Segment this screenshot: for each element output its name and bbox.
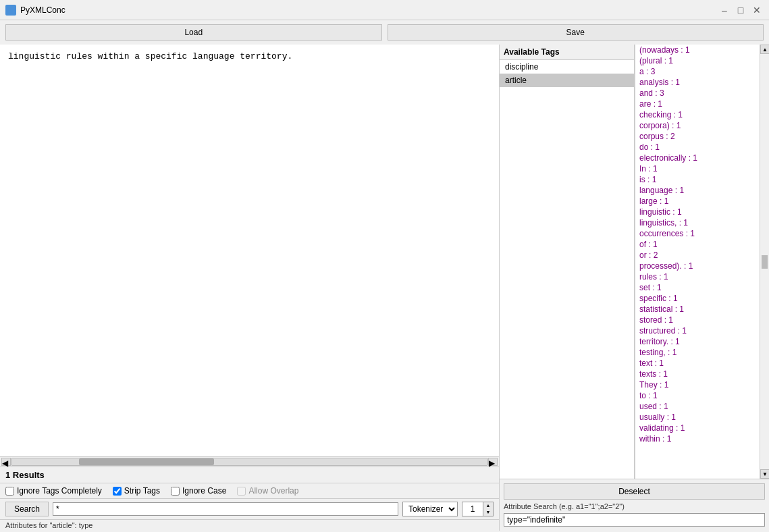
deselect-button[interactable]: Deselect: [504, 483, 765, 500]
attr-search-label: Attribute Search (e.g. a1="1";a2="2"): [504, 502, 765, 510]
word-freq-item: text : 1: [635, 358, 760, 369]
word-freq-item: (plural : 1: [635, 55, 760, 66]
ignore-case-label[interactable]: Ignore Case: [171, 486, 226, 496]
allow-overlap-checkbox: [237, 487, 246, 496]
word-freq-item: (nowadays : 1: [635, 45, 760, 55]
word-freq-item: texts : 1: [635, 369, 760, 379]
spinner-value[interactable]: [462, 502, 483, 516]
main-layout: linguistic rules within a specific langu…: [0, 45, 769, 531]
word-freq-item: used : 1: [635, 401, 760, 412]
status-text: Attributes for "article": type: [5, 521, 92, 529]
strip-tags-text: Strip Tags: [124, 486, 160, 496]
word-freq-item: linguistics, : 1: [635, 217, 760, 228]
word-freq-item: corpora) : 1: [635, 120, 760, 131]
result-count: 1: [5, 470, 10, 480]
search-bar: Search Tokenizer ▲ ▼: [0, 498, 499, 519]
word-freq-item: electronically : 1: [635, 153, 760, 163]
word-freq-item: rules : 1: [635, 271, 760, 282]
word-freq-item: testing, : 1: [635, 347, 760, 358]
word-freq-item: or : 2: [635, 250, 760, 261]
attr-search-input[interactable]: [504, 513, 765, 527]
tag-item-article[interactable]: article: [500, 74, 634, 87]
window-controls[interactable]: – □ ✕: [718, 3, 764, 17]
tags-panel: Available Tags discipline article (nowad…: [500, 45, 769, 479]
word-freq-item: to : 1: [635, 390, 760, 401]
spin-down-btn[interactable]: ▼: [483, 509, 493, 516]
title-bar-left: PyXMLConc: [5, 5, 65, 16]
tokenizer-select[interactable]: Tokenizer: [402, 502, 458, 516]
allow-overlap-label: Allow Overlap: [237, 486, 298, 496]
available-tags: Available Tags discipline article: [500, 45, 635, 479]
word-freq-item: are : 1: [635, 99, 760, 109]
ignore-case-checkbox[interactable]: [171, 487, 180, 496]
close-button[interactable]: ✕: [750, 3, 764, 17]
ignore-case-text: Ignore Case: [182, 486, 226, 496]
word-freq-item: territory. : 1: [635, 336, 760, 347]
text-content: linguistic rules within a specific langu…: [8, 51, 292, 61]
left-panel: linguistic rules within a specific langu…: [0, 45, 499, 531]
scroll-down-btn[interactable]: ▼: [760, 469, 769, 479]
status-bar: Attributes for "article": type: [0, 519, 499, 531]
tag-item-discipline[interactable]: discipline: [500, 60, 634, 74]
spin-up-btn[interactable]: ▲: [483, 502, 493, 509]
available-tags-header: Available Tags: [500, 45, 634, 60]
save-button[interactable]: Save: [388, 24, 764, 41]
word-freq-item: They : 1: [635, 379, 760, 390]
word-freq-item: of : 1: [635, 239, 760, 250]
search-button[interactable]: Search: [5, 502, 49, 516]
word-freq-item: and : 3: [635, 88, 760, 99]
title-bar: PyXMLConc – □ ✕: [0, 0, 769, 20]
strip-tags-checkbox[interactable]: [113, 487, 122, 496]
search-input[interactable]: [53, 502, 398, 516]
word-frequency-list[interactable]: (nowadays : 1(plural : 1a : 3analysis : …: [635, 45, 760, 479]
right-panel: Available Tags discipline article (nowad…: [499, 45, 769, 531]
h-scroll-thumb[interactable]: [79, 458, 214, 465]
strip-tags-label[interactable]: Strip Tags: [113, 486, 160, 496]
word-freq-item: In : 1: [635, 163, 760, 174]
word-freq-item: processed). : 1: [635, 261, 760, 271]
ignore-tags-checkbox[interactable]: [5, 487, 14, 496]
allow-overlap-text: Allow Overlap: [248, 486, 298, 496]
maximize-button[interactable]: □: [734, 3, 747, 17]
search-options: Ignore Tags Completely Strip Tags Ignore…: [0, 483, 499, 498]
scroll-up-btn[interactable]: ▲: [760, 45, 769, 54]
word-freq-item: structured : 1: [635, 325, 760, 336]
word-freq-item: occurrences : 1: [635, 228, 760, 239]
word-freq-item: linguistic : 1: [635, 207, 760, 217]
word-freq-item: usually : 1: [635, 412, 760, 423]
deselect-area: Deselect Attribute Search (e.g. a1="1";a…: [500, 479, 769, 531]
results-label: Results: [13, 470, 45, 480]
v-scroll-thumb[interactable]: [762, 255, 768, 269]
text-content-area: linguistic rules within a specific langu…: [0, 45, 499, 456]
app-title: PyXMLConc: [20, 5, 65, 15]
word-freq-item: is : 1: [635, 174, 760, 185]
horizontal-scrollbar[interactable]: ◀ ▶: [0, 456, 499, 467]
app-icon: [5, 5, 16, 16]
scroll-right-btn[interactable]: ▶: [488, 458, 498, 466]
h-scroll-track[interactable]: [11, 458, 488, 466]
toolbar: Load Save: [0, 20, 769, 45]
word-freq-item: specific : 1: [635, 293, 760, 304]
word-freq-item: language : 1: [635, 185, 760, 196]
word-freq-item: validating : 1: [635, 423, 760, 433]
spin-buttons[interactable]: ▲ ▼: [483, 502, 493, 516]
word-freq-item: set : 1: [635, 282, 760, 293]
word-freq-item: corpus : 2: [635, 131, 760, 142]
word-freq-item: statistical : 1: [635, 304, 760, 315]
vertical-scrollbar[interactable]: ▲ ▼: [760, 45, 769, 479]
word-freq-item: within : 1: [635, 433, 760, 444]
word-freq-item: analysis : 1: [635, 77, 760, 88]
word-freq-item: a : 3: [635, 66, 760, 77]
minimize-button[interactable]: –: [718, 3, 731, 17]
word-freq-item: stored : 1: [635, 315, 760, 325]
ignore-tags-text: Ignore Tags Completely: [17, 486, 102, 496]
number-spinner[interactable]: ▲ ▼: [462, 502, 494, 516]
word-freq-item: large : 1: [635, 196, 760, 207]
tags-list[interactable]: discipline article: [500, 60, 634, 479]
word-freq-item: checking : 1: [635, 109, 760, 120]
ignore-tags-label[interactable]: Ignore Tags Completely: [5, 486, 102, 496]
load-button[interactable]: Load: [5, 24, 382, 41]
scroll-left-btn[interactable]: ◀: [1, 458, 11, 466]
results-bar: 1 Results: [0, 467, 499, 483]
word-freq-item: do : 1: [635, 142, 760, 153]
